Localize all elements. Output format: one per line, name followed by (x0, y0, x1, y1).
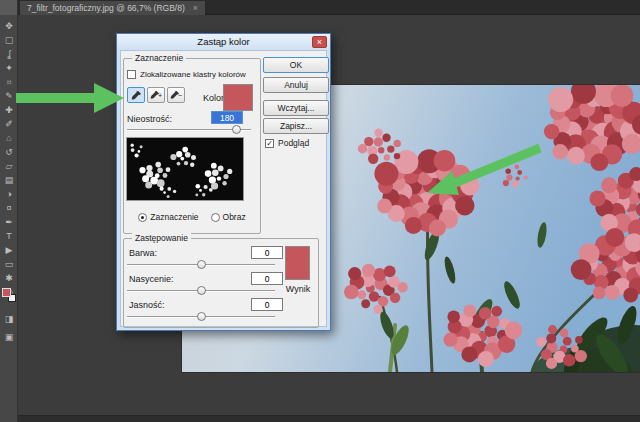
hue-slider[interactable] (127, 260, 275, 270)
eyedropper-minus-button[interactable]: − (167, 87, 185, 103)
quick-mask-icon[interactable]: ◨ (0, 312, 18, 326)
lightness-input[interactable] (251, 298, 283, 311)
hue-input[interactable] (251, 246, 283, 259)
gradient-tool-icon[interactable]: ▤ (0, 173, 18, 187)
saturation-slider[interactable] (127, 286, 275, 296)
result-label: Wynik (281, 284, 315, 294)
hand-tool-icon[interactable]: ✱ (0, 271, 18, 285)
preview-checkbox-box[interactable]: ✓ (265, 139, 274, 148)
checkbox-box[interactable] (127, 70, 136, 79)
toolbar-header (0, 0, 18, 15)
selection-group-legend: Zaznaczenie (132, 53, 186, 63)
path-selection-tool-icon[interactable]: ▶ (0, 243, 18, 257)
saturation-label: Nasycenie: (129, 274, 174, 284)
cancel-button[interactable]: Anuluj (263, 77, 329, 93)
tools-panel: ✥ ▢ ʆ ✦ ⌗ ✎ ✚ ✐ ⌂ ↺ (0, 15, 18, 422)
eyedropper-button[interactable] (127, 87, 145, 103)
checkbox-label: Zlokalizowane klastry kolorów (140, 70, 246, 79)
pen-tool-icon[interactable]: ✒ (0, 215, 18, 229)
brush-tool-icon[interactable]: ✐ (0, 117, 18, 131)
marquee-tool-icon[interactable]: ▢ (0, 33, 18, 47)
tab-close-icon[interactable]: × (193, 1, 198, 15)
crop-tool-icon[interactable]: ⌗ (0, 75, 18, 89)
dialog-title: Zastąp kolor (117, 34, 330, 50)
hue-slider-thumb[interactable] (197, 260, 206, 269)
app-title-bar: 7_filtr_fotograficzny.jpg @ 66,7% (RGB/8… (0, 0, 640, 15)
move-tool-icon[interactable]: ✥ (0, 19, 18, 33)
screen-mode-icon[interactable]: ▣ (0, 330, 18, 344)
eyedropper-tool-icon[interactable]: ✎ (0, 89, 18, 103)
preview-checkbox[interactable]: ✓ Podgląd (265, 138, 309, 148)
hue-label: Barwa: (129, 248, 157, 258)
radio-selection-dot[interactable] (138, 213, 147, 222)
foreground-color-swatch[interactable] (2, 288, 11, 297)
load-button[interactable]: Wczytaj... (263, 100, 329, 116)
radio-image-dot[interactable] (211, 213, 220, 222)
history-brush-tool-icon[interactable]: ↺ (0, 145, 18, 159)
radio-selection[interactable]: Zaznaczenie (138, 212, 198, 222)
eraser-tool-icon[interactable]: ▱ (0, 159, 18, 173)
blur-tool-icon[interactable]: ◑ (0, 187, 18, 201)
fuzziness-slider[interactable] (127, 125, 251, 135)
preview-mode-radios: Zaznaczenie Obraz (123, 212, 261, 222)
eyedropper-plus-button[interactable]: + (147, 87, 165, 103)
lasso-tool-icon[interactable]: ʆ (0, 47, 18, 61)
clone-stamp-tool-icon[interactable]: ⌂ (0, 131, 18, 145)
fuzziness-slider-thumb[interactable] (232, 125, 241, 134)
document-tab[interactable]: 7_filtr_fotograficzny.jpg @ 66,7% (RGB/8… (20, 1, 205, 15)
quick-selection-tool-icon[interactable]: ✦ (0, 61, 18, 75)
lightness-label: Jasność: (129, 300, 165, 310)
lightness-slider[interactable] (127, 312, 275, 322)
lightness-slider-thumb[interactable] (197, 312, 206, 321)
selection-mask-preview[interactable] (126, 137, 244, 201)
shape-tool-icon[interactable]: ▭ (0, 257, 18, 271)
healing-brush-tool-icon[interactable]: ✚ (0, 103, 18, 117)
save-button[interactable]: Zapisz... (263, 118, 329, 134)
status-bar (18, 415, 640, 422)
eyedropper-icon (131, 90, 142, 101)
dialog-close-button[interactable]: × (312, 36, 327, 48)
fuzziness-input[interactable] (211, 111, 243, 124)
saturation-slider-thumb[interactable] (197, 286, 206, 295)
arrow-to-eyedropper (16, 83, 124, 113)
fuzziness-label: Nieostrość: (127, 114, 172, 124)
dodge-tool-icon[interactable]: ¤ (0, 201, 18, 215)
type-tool-icon[interactable]: T (0, 229, 18, 243)
replacement-group-legend: Zastępowanie (132, 233, 191, 243)
saturation-input[interactable] (251, 272, 283, 285)
replace-color-dialog: Zastąp kolor × Zaznaczenie Zlokalizowane… (116, 33, 331, 331)
result-color-swatch (285, 246, 310, 280)
selected-color-swatch[interactable] (223, 84, 253, 111)
document-tab-title: 7_filtr_fotograficzny.jpg @ 66,7% (RGB/8… (27, 1, 185, 15)
color-swatches-widget[interactable] (2, 288, 16, 302)
ok-button[interactable]: OK (263, 57, 329, 73)
localized-clusters-checkbox[interactable]: Zlokalizowane klastry kolorów (127, 70, 246, 79)
radio-image[interactable]: Obraz (211, 212, 246, 222)
preview-checkbox-label: Podgląd (278, 138, 309, 148)
